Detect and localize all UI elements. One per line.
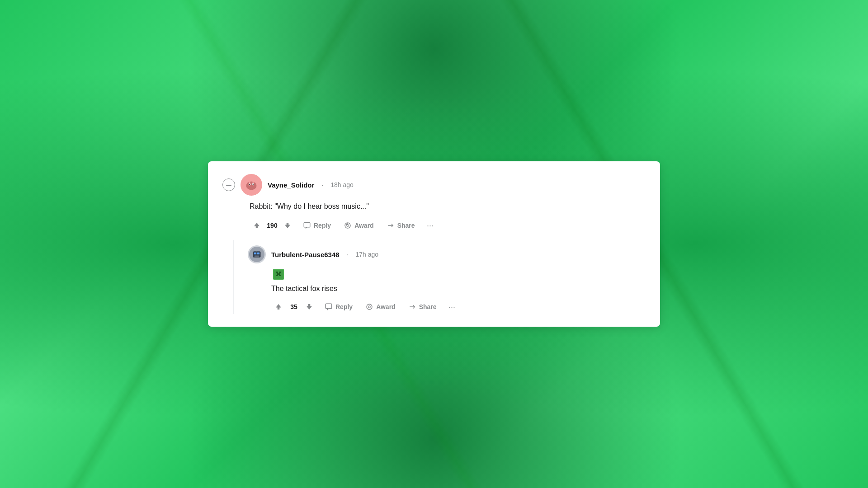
award-button[interactable]: Award — [339, 219, 378, 232]
reply-award-button[interactable]: Award — [361, 300, 400, 314]
reply-button[interactable]: Reply — [298, 219, 335, 232]
svg-point-5 — [249, 184, 250, 185]
avatar — [241, 174, 262, 196]
reply-vote-section: 35 — [271, 300, 316, 314]
reply-avatar — [248, 245, 266, 263]
svg-point-7 — [248, 179, 250, 182]
reply-vote-count: 35 — [288, 303, 299, 310]
svg-point-2 — [246, 181, 257, 190]
separator1: · — [321, 181, 323, 188]
reply-more-dots-icon: ··· — [448, 302, 455, 312]
reply-share-button[interactable]: Share — [404, 300, 441, 314]
svg-point-8 — [253, 179, 255, 182]
reply-upvote-button[interactable] — [271, 300, 286, 314]
top-comment: Vayne_Solidor · 18h ago Rabbit: "Why do … — [222, 174, 646, 314]
svg-rect-26 — [279, 275, 281, 276]
svg-rect-23 — [279, 272, 281, 273]
share-button[interactable]: Share — [382, 219, 420, 232]
separator2: · — [347, 251, 349, 258]
svg-rect-25 — [276, 275, 278, 276]
svg-rect-15 — [254, 253, 256, 254]
comment-card: Vayne_Solidor · 18h ago Rabbit: "Why do … — [208, 161, 660, 327]
comment-header: Vayne_Solidor · 18h ago — [222, 174, 646, 196]
reply-share-label: Share — [419, 303, 437, 310]
reply-label: Reply — [314, 222, 331, 229]
reply-header: Turbulent-Pause6348 · 17h ago — [248, 245, 646, 263]
collapse-button[interactable] — [222, 178, 235, 191]
upvote-button[interactable] — [250, 218, 264, 233]
more-dots-icon: ··· — [427, 221, 434, 230]
top-comment-username[interactable]: Vayne_Solidor — [268, 181, 314, 189]
svg-rect-17 — [255, 256, 259, 257]
top-comment-body: Rabbit: "Why do I hear boss music..." — [250, 201, 646, 212]
svg-rect-24 — [277, 273, 280, 275]
svg-point-19 — [256, 249, 257, 251]
reply-body: The tactical fox rises — [271, 283, 646, 294]
reply-reply-label: Reply — [335, 303, 353, 310]
minecraft-creeper-icon — [273, 269, 284, 280]
reply-emoji-row — [271, 269, 646, 280]
reply-action-bar: 35 Reply — [271, 300, 646, 314]
more-options-button[interactable]: ··· — [423, 218, 438, 233]
reply-username[interactable]: Turbulent-Pause6348 — [271, 251, 340, 258]
svg-point-6 — [253, 184, 254, 185]
reply-comment: Turbulent-Pause6348 · 17h ago — [248, 240, 646, 314]
reply-timestamp: 17h ago — [356, 251, 379, 258]
top-comment-action-bar: 190 Reply Award — [250, 218, 646, 233]
reply-section: Turbulent-Pause6348 · 17h ago — [234, 240, 646, 314]
svg-point-27 — [367, 304, 372, 310]
downvote-button[interactable] — [280, 218, 295, 233]
reply-reply-button[interactable]: Reply — [320, 300, 357, 314]
top-comment-timestamp: 18h ago — [330, 181, 354, 188]
svg-rect-0 — [226, 185, 231, 186]
thread-wrapper: Turbulent-Pause6348 · 17h ago — [222, 240, 646, 314]
top-vote-section: 190 — [250, 218, 295, 233]
share-label: Share — [397, 222, 415, 229]
svg-point-28 — [368, 306, 371, 308]
svg-rect-16 — [257, 253, 259, 254]
reply-award-label: Award — [376, 303, 396, 310]
reply-more-options-button[interactable]: ··· — [445, 300, 459, 314]
reply-downvote-button[interactable] — [302, 300, 316, 314]
top-vote-count: 190 — [267, 222, 278, 229]
award-label: Award — [354, 222, 374, 229]
svg-rect-22 — [276, 272, 278, 273]
